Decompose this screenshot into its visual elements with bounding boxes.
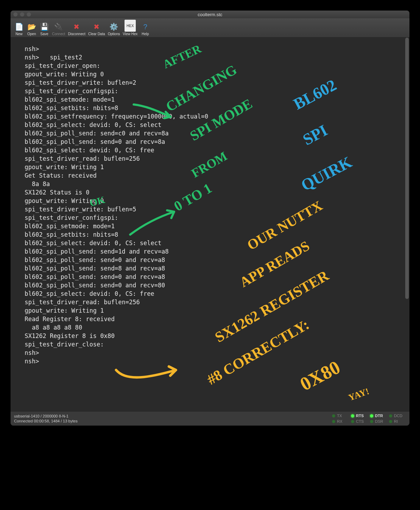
statusbar: usbserial-1410 / 2000000 8-N-1 Connected… xyxy=(11,411,409,426)
view-hex-button[interactable]: HEX View Hex xyxy=(121,19,139,37)
options-button[interactable]: ⚙️ Options xyxy=(107,19,121,37)
help-button[interactable]: ? Help xyxy=(139,19,152,37)
led-rx: RX xyxy=(332,419,349,423)
save-button[interactable]: 💾 Save xyxy=(38,19,51,37)
new-button[interactable]: 📄 New xyxy=(13,19,25,37)
connect-button: 🔌 Connect xyxy=(51,19,66,37)
led-dsr: DSR xyxy=(370,419,387,423)
clear-data-button[interactable]: ✖ Clear Data xyxy=(87,19,107,37)
connect-icon: 🔌 xyxy=(54,22,64,32)
led-dcd: DCD xyxy=(389,414,406,418)
help-icon: ? xyxy=(140,22,150,32)
disconnect-icon: ✖ xyxy=(72,22,82,32)
led-rts: RTS xyxy=(351,414,368,418)
close-button[interactable] xyxy=(13,12,18,17)
scrollbar-thumb[interactable] xyxy=(405,38,409,299)
status-port: usbserial-1410 / 2000000 8-N-1 xyxy=(14,414,77,418)
open-button[interactable]: 📂 Open xyxy=(25,19,38,37)
minimize-button[interactable] xyxy=(20,12,24,17)
new-icon: 📄 xyxy=(14,22,24,32)
window-title: coolterm.stc xyxy=(11,12,409,17)
gear-icon: ⚙️ xyxy=(109,22,119,32)
led-ri: RI xyxy=(389,419,406,423)
app-window: coolterm.stc 📄 New 📂 Open 💾 Save 🔌 Conne… xyxy=(11,11,409,426)
open-icon: 📂 xyxy=(27,22,37,32)
traffic-lights[interactable] xyxy=(13,12,31,17)
zoom-button[interactable] xyxy=(27,12,31,17)
scrollbar[interactable] xyxy=(405,38,409,411)
hex-icon: HEX xyxy=(125,20,136,32)
terminal-area: nsh> nsh> spi_test2 spi_test_driver_open… xyxy=(11,38,409,411)
led-dtr: DTR xyxy=(370,414,387,418)
toolbar: 📄 New 📂 Open 💾 Save 🔌 Connect ✖ Disconne… xyxy=(11,18,409,38)
disconnect-button[interactable]: ✖ Disconnect xyxy=(66,19,87,37)
clear-icon: ✖ xyxy=(92,22,102,32)
titlebar: coolterm.stc xyxy=(11,11,409,18)
led-tx: TX xyxy=(332,414,349,418)
save-icon: 💾 xyxy=(39,22,49,32)
terminal-output[interactable]: nsh> nsh> spi_test2 spi_test_driver_open… xyxy=(11,38,405,411)
status-conn: Connected 00:00:58, 1484 / 13 bytes xyxy=(14,419,77,423)
led-cts: CTS xyxy=(351,419,368,423)
